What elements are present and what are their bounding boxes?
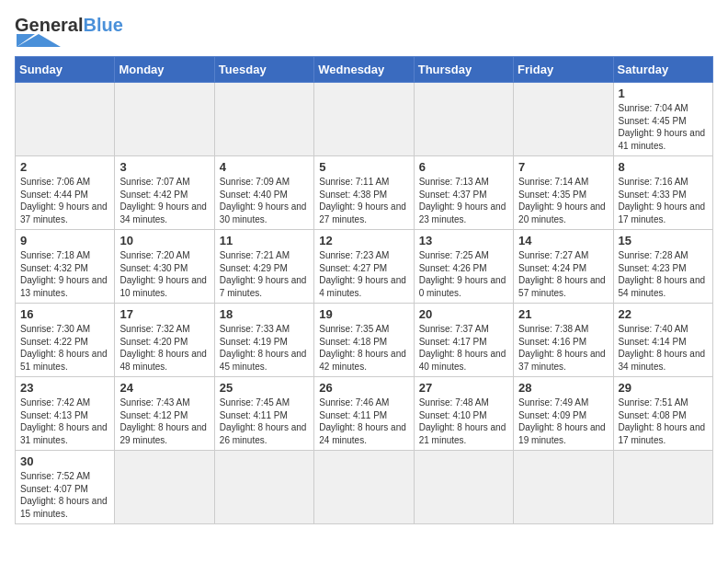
calendar-day-cell: 16Sunrise: 7:30 AM Sunset: 4:22 PM Dayli… — [16, 304, 115, 377]
day-info: Sunrise: 7:51 AM Sunset: 4:08 PM Dayligh… — [619, 396, 708, 446]
day-number: 22 — [619, 307, 708, 321]
day-number: 23 — [20, 381, 109, 395]
day-info: Sunrise: 7:48 AM Sunset: 4:10 PM Dayligh… — [419, 396, 508, 446]
calendar-day-cell: 2Sunrise: 7:06 AM Sunset: 4:44 PM Daylig… — [16, 156, 115, 230]
day-number: 18 — [220, 307, 309, 321]
calendar-day-cell: 23Sunrise: 7:42 AM Sunset: 4:13 PM Dayli… — [16, 377, 115, 451]
calendar-day-cell — [514, 83, 613, 156]
calendar-week-row: 1Sunrise: 7:04 AM Sunset: 4:45 PM Daylig… — [16, 83, 713, 156]
day-info: Sunrise: 7:23 AM Sunset: 4:27 PM Dayligh… — [319, 249, 408, 299]
day-info: Sunrise: 7:37 AM Sunset: 4:17 PM Dayligh… — [419, 323, 508, 373]
calendar-day-cell: 3Sunrise: 7:07 AM Sunset: 4:42 PM Daylig… — [115, 156, 214, 230]
day-info: Sunrise: 7:16 AM Sunset: 4:33 PM Dayligh… — [619, 176, 708, 225]
day-number: 30 — [20, 454, 109, 468]
day-number: 29 — [619, 381, 708, 395]
calendar-day-cell — [214, 83, 313, 156]
day-info: Sunrise: 7:33 AM Sunset: 4:19 PM Dayligh… — [220, 323, 309, 373]
day-number: 17 — [119, 307, 209, 321]
calendar-day-cell — [314, 83, 414, 156]
day-number: 1 — [619, 86, 708, 100]
calendar-week-row: 9Sunrise: 7:18 AM Sunset: 4:32 PM Daylig… — [16, 230, 713, 304]
header: General Blue — [15, 15, 713, 47]
day-info: Sunrise: 7:45 AM Sunset: 4:11 PM Dayligh… — [220, 396, 309, 446]
logo: General Blue — [15, 15, 123, 47]
calendar-day-cell: 12Sunrise: 7:23 AM Sunset: 4:27 PM Dayli… — [314, 230, 414, 304]
calendar-day-cell — [414, 451, 513, 524]
calendar-day-cell: 14Sunrise: 7:27 AM Sunset: 4:24 PM Dayli… — [514, 230, 613, 304]
calendar-day-cell: 20Sunrise: 7:37 AM Sunset: 4:17 PM Dayli… — [414, 304, 513, 377]
day-info: Sunrise: 7:43 AM Sunset: 4:12 PM Dayligh… — [119, 396, 209, 446]
calendar-day-cell — [115, 451, 214, 524]
calendar-day-cell — [613, 451, 712, 524]
day-info: Sunrise: 7:14 AM Sunset: 4:35 PM Dayligh… — [518, 176, 608, 225]
day-number: 24 — [119, 381, 209, 395]
calendar-day-cell — [314, 451, 414, 524]
day-number: 28 — [518, 381, 608, 395]
calendar-day-cell: 21Sunrise: 7:38 AM Sunset: 4:16 PM Dayli… — [514, 304, 613, 377]
calendar-day-cell — [214, 451, 313, 524]
calendar-day-cell: 29Sunrise: 7:51 AM Sunset: 4:08 PM Dayli… — [613, 377, 712, 451]
day-info: Sunrise: 7:42 AM Sunset: 4:13 PM Dayligh… — [20, 396, 109, 446]
calendar-day-cell — [514, 451, 613, 524]
calendar-day-cell: 1Sunrise: 7:04 AM Sunset: 4:45 PM Daylig… — [613, 83, 712, 156]
day-number: 4 — [220, 160, 309, 174]
calendar-day-cell: 11Sunrise: 7:21 AM Sunset: 4:29 PM Dayli… — [214, 230, 313, 304]
day-info: Sunrise: 7:13 AM Sunset: 4:37 PM Dayligh… — [419, 176, 508, 225]
calendar-day-cell: 6Sunrise: 7:13 AM Sunset: 4:37 PM Daylig… — [414, 156, 513, 230]
day-number: 9 — [20, 234, 109, 247]
calendar-week-row: 23Sunrise: 7:42 AM Sunset: 4:13 PM Dayli… — [16, 377, 713, 451]
calendar-day-cell: 4Sunrise: 7:09 AM Sunset: 4:40 PM Daylig… — [214, 156, 313, 230]
calendar-day-cell: 17Sunrise: 7:32 AM Sunset: 4:20 PM Dayli… — [115, 304, 214, 377]
calendar-day-cell: 10Sunrise: 7:20 AM Sunset: 4:30 PM Dayli… — [115, 230, 214, 304]
day-info: Sunrise: 7:35 AM Sunset: 4:18 PM Dayligh… — [319, 323, 408, 373]
calendar-day-cell: 9Sunrise: 7:18 AM Sunset: 4:32 PM Daylig… — [16, 230, 115, 304]
day-info: Sunrise: 7:21 AM Sunset: 4:29 PM Dayligh… — [220, 249, 309, 299]
day-number: 12 — [319, 234, 408, 247]
calendar-week-row: 30Sunrise: 7:52 AM Sunset: 4:07 PM Dayli… — [16, 451, 713, 524]
day-of-week-header: Sunday — [16, 57, 115, 83]
day-info: Sunrise: 7:11 AM Sunset: 4:38 PM Dayligh… — [319, 176, 408, 225]
day-of-week-header: Friday — [514, 57, 613, 83]
day-number: 21 — [518, 307, 608, 321]
day-number: 6 — [419, 160, 508, 174]
day-of-week-header: Wednesday — [314, 57, 414, 83]
day-info: Sunrise: 7:06 AM Sunset: 4:44 PM Dayligh… — [20, 176, 109, 225]
day-number: 8 — [619, 160, 708, 174]
calendar-day-cell: 15Sunrise: 7:28 AM Sunset: 4:23 PM Dayli… — [613, 230, 712, 304]
day-info: Sunrise: 7:09 AM Sunset: 4:40 PM Dayligh… — [220, 176, 309, 225]
day-of-week-header: Monday — [115, 57, 214, 83]
day-info: Sunrise: 7:18 AM Sunset: 4:32 PM Dayligh… — [20, 249, 109, 299]
calendar-day-cell: 8Sunrise: 7:16 AM Sunset: 4:33 PM Daylig… — [613, 156, 712, 230]
day-info: Sunrise: 7:40 AM Sunset: 4:14 PM Dayligh… — [619, 323, 708, 373]
calendar-header-row: SundayMondayTuesdayWednesdayThursdayFrid… — [16, 57, 713, 83]
day-number: 11 — [220, 234, 309, 247]
calendar-day-cell: 13Sunrise: 7:25 AM Sunset: 4:26 PM Dayli… — [414, 230, 513, 304]
day-info: Sunrise: 7:07 AM Sunset: 4:42 PM Dayligh… — [119, 176, 209, 225]
day-number: 3 — [119, 160, 209, 174]
calendar-day-cell: 24Sunrise: 7:43 AM Sunset: 4:12 PM Dayli… — [115, 377, 214, 451]
calendar-week-row: 2Sunrise: 7:06 AM Sunset: 4:44 PM Daylig… — [16, 156, 713, 230]
day-number: 27 — [419, 381, 508, 395]
day-info: Sunrise: 7:28 AM Sunset: 4:23 PM Dayligh… — [619, 249, 708, 299]
calendar-day-cell: 28Sunrise: 7:49 AM Sunset: 4:09 PM Dayli… — [514, 377, 613, 451]
day-info: Sunrise: 7:25 AM Sunset: 4:26 PM Dayligh… — [419, 249, 508, 299]
calendar-day-cell: 18Sunrise: 7:33 AM Sunset: 4:19 PM Dayli… — [214, 304, 313, 377]
calendar-day-cell: 5Sunrise: 7:11 AM Sunset: 4:38 PM Daylig… — [314, 156, 414, 230]
day-number: 26 — [319, 381, 408, 395]
day-number: 7 — [518, 160, 608, 174]
day-number: 19 — [319, 307, 408, 321]
calendar-day-cell: 30Sunrise: 7:52 AM Sunset: 4:07 PM Dayli… — [16, 451, 115, 524]
logo-blue-text: Blue — [83, 15, 122, 36]
calendar-day-cell — [414, 83, 513, 156]
calendar-day-cell — [115, 83, 214, 156]
day-number: 5 — [319, 160, 408, 174]
day-info: Sunrise: 7:49 AM Sunset: 4:09 PM Dayligh… — [518, 396, 608, 446]
calendar: SundayMondayTuesdayWednesdayThursdayFrid… — [15, 56, 713, 524]
day-info: Sunrise: 7:20 AM Sunset: 4:30 PM Dayligh… — [119, 249, 209, 299]
calendar-day-cell: 7Sunrise: 7:14 AM Sunset: 4:35 PM Daylig… — [514, 156, 613, 230]
day-of-week-header: Tuesday — [214, 57, 313, 83]
day-info: Sunrise: 7:38 AM Sunset: 4:16 PM Dayligh… — [518, 323, 608, 373]
day-info: Sunrise: 7:46 AM Sunset: 4:11 PM Dayligh… — [319, 396, 408, 446]
day-number: 14 — [518, 234, 608, 247]
day-number: 15 — [619, 234, 708, 247]
